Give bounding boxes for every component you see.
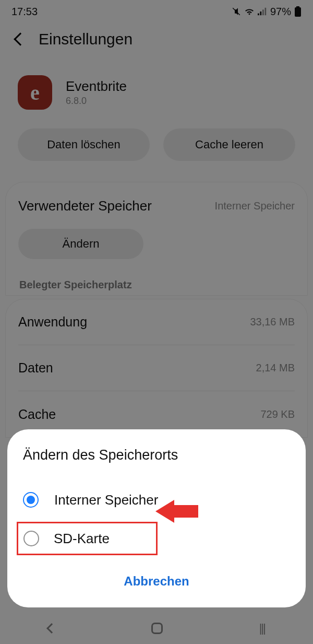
screen: 17:53 97% Einstellungen e	[0, 0, 313, 644]
radio-option-sdcard[interactable]: SD-Karte	[17, 522, 158, 555]
nav-back-button[interactable]	[41, 617, 63, 639]
cancel-label: Abbrechen	[124, 574, 189, 588]
recent-icon: |||	[259, 622, 265, 635]
radio-label: Interner Speicher	[54, 492, 158, 508]
navigation-bar: |||	[0, 613, 313, 644]
dialog-title: Ändern des Speicherorts	[23, 447, 290, 463]
annotation-arrow-icon	[155, 500, 198, 523]
radio-label: SD-Karte	[54, 531, 110, 547]
nav-recent-button[interactable]: |||	[252, 614, 272, 642]
radio-icon	[23, 492, 39, 508]
cancel-button[interactable]: Abbrechen	[23, 558, 290, 600]
home-icon	[151, 623, 163, 634]
nav-home-button[interactable]	[144, 615, 170, 641]
radio-icon	[23, 531, 39, 546]
chevron-left-icon	[46, 623, 57, 634]
